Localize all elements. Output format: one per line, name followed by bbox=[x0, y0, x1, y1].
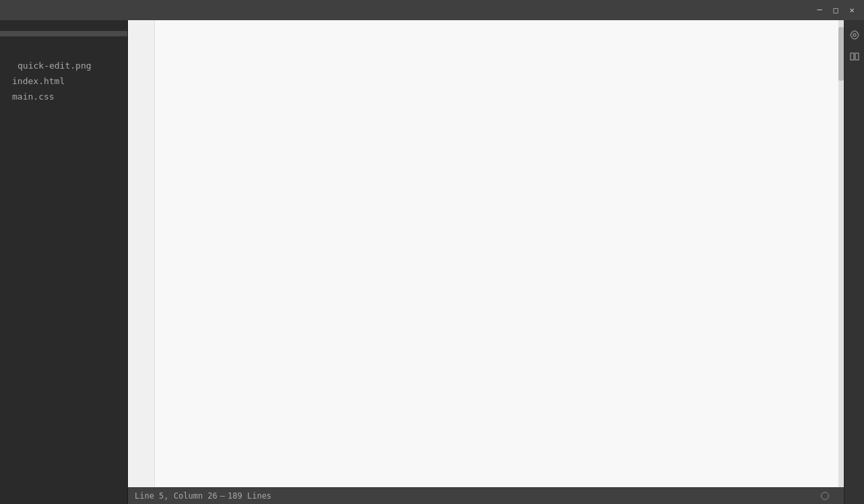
code-content[interactable] bbox=[155, 20, 838, 487]
titlebar-controls: ─ □ ✕ bbox=[813, 3, 859, 17]
getting-started-folder[interactable] bbox=[0, 42, 127, 50]
maximize-button[interactable]: □ bbox=[829, 3, 842, 17]
svg-rect-1 bbox=[851, 53, 854, 60]
svg-point-0 bbox=[853, 34, 856, 36]
main-area: quick-edit.png index.html main.css Line … bbox=[0, 20, 864, 504]
statusbar: Line 5, Column 26 — 189 Lines bbox=[128, 487, 844, 504]
minimize-button[interactable]: ─ bbox=[813, 3, 826, 17]
right-panel bbox=[844, 20, 864, 504]
close-button[interactable]: ✕ bbox=[845, 3, 859, 17]
vertical-scrollbar[interactable] bbox=[838, 20, 844, 487]
screenshots-children: quick-edit.png bbox=[5, 58, 127, 73]
screenshots-folder[interactable] bbox=[5, 50, 127, 58]
file-quick-edit-png[interactable]: quick-edit.png bbox=[11, 58, 127, 73]
getting-started-section: quick-edit.png index.html main.css bbox=[0, 42, 127, 104]
file-index-html[interactable]: index.html bbox=[5, 73, 127, 89]
file-comparison-icon[interactable] bbox=[846, 48, 863, 65]
scrollbar-thumb[interactable] bbox=[838, 27, 844, 81]
live-preview-icon[interactable] bbox=[846, 27, 863, 43]
svg-rect-2 bbox=[855, 53, 859, 60]
editor-area: Line 5, Column 26 — 189 Lines bbox=[128, 20, 844, 504]
status-right bbox=[813, 492, 837, 500]
titlebar: ─ □ ✕ bbox=[0, 0, 864, 20]
status-separator: — bbox=[220, 491, 225, 501]
circle-icon bbox=[821, 492, 829, 500]
working-files-header bbox=[0, 20, 127, 31]
status-left: Line 5, Column 26 — 189 Lines bbox=[135, 491, 271, 501]
file-main-css[interactable]: main.css bbox=[5, 89, 127, 104]
line-count: 189 Lines bbox=[228, 491, 271, 501]
working-file-index-html[interactable] bbox=[0, 31, 127, 36]
sidebar: quick-edit.png index.html main.css bbox=[0, 20, 128, 504]
code-container[interactable] bbox=[128, 20, 844, 487]
folder-children: quick-edit.png index.html main.css bbox=[0, 50, 127, 104]
line-numbers bbox=[128, 20, 155, 487]
cursor-position: Line 5, Column 26 bbox=[135, 491, 218, 501]
